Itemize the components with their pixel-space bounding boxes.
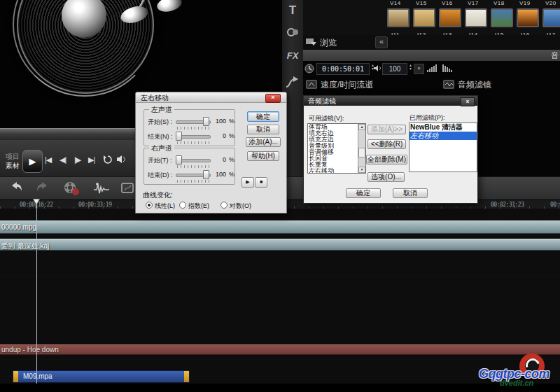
volume-spinner[interactable]: ▲▼ bbox=[407, 64, 414, 71]
record-icon[interactable] bbox=[63, 181, 81, 196]
scroll-up-icon[interactable]: ▲ bbox=[358, 124, 365, 130]
scroll-down-icon[interactable]: ▼ bbox=[358, 167, 365, 173]
fx-tool-icon[interactable]: FX bbox=[282, 50, 303, 61]
library-thumbnail[interactable] bbox=[387, 8, 410, 27]
preview-play-button[interactable]: ▶ bbox=[241, 177, 254, 188]
left-end-slider[interactable] bbox=[176, 131, 209, 142]
cancel-button[interactable]: 取消 bbox=[393, 188, 428, 198]
attribute-row: 速度/时间流逝 音频滤镜 bbox=[303, 78, 560, 91]
library-thumbnail[interactable] bbox=[542, 8, 560, 27]
bottom-bar bbox=[0, 384, 560, 392]
right-end-slider[interactable] bbox=[176, 169, 209, 181]
video-clip-label[interactable]: V16 bbox=[442, 0, 453, 6]
clip-filename: 00000.mpg bbox=[1, 223, 36, 231]
available-filters-list[interactable]: ▲ ▼ 体育场填充右边填充左边音量级别音调偏移长回音长重复左右移动 bbox=[307, 123, 366, 174]
audio-filter-titlebar[interactable]: 音频滤镜 x bbox=[304, 96, 477, 106]
play-button[interactable]: ▶ bbox=[22, 150, 43, 173]
library-panel: V14V15V16V17V18V19V20 I11I12I13I14I15I16… bbox=[303, 0, 560, 35]
title-tool-icon[interactable]: T bbox=[282, 4, 303, 18]
mode-project[interactable]: 项目 bbox=[6, 152, 20, 162]
sound-mixer-icon[interactable] bbox=[92, 181, 111, 196]
help-button[interactable]: 帮助(H) bbox=[247, 151, 279, 161]
speed-timelapse-link[interactable]: 速度/时间流逝 bbox=[321, 79, 373, 91]
library-thumbnail[interactable] bbox=[491, 8, 513, 27]
ok-button[interactable]: 确定 bbox=[247, 111, 279, 122]
collapse-panel-button[interactable]: « bbox=[375, 36, 388, 48]
library-thumbnail[interactable] bbox=[517, 8, 539, 27]
end-label: 结束(D) : bbox=[148, 171, 173, 180]
video-clip-label[interactable]: V15 bbox=[416, 0, 427, 6]
options-tab-label[interactable]: 音 bbox=[551, 50, 559, 61]
remove-all-button[interactable]: 全部删除(M) bbox=[366, 155, 407, 164]
available-filters-label: 可用滤镜(V): bbox=[309, 114, 344, 123]
clip-filename: 爱到 最深处.kaj bbox=[1, 241, 49, 251]
system-volume-button[interactable] bbox=[117, 155, 127, 164]
video-clip-label[interactable]: V14 bbox=[390, 0, 401, 6]
trim-handle-left[interactable] bbox=[13, 371, 18, 382]
scrollbar[interactable]: ▲ ▼ bbox=[358, 124, 365, 173]
music-track-clip[interactable]: M09.mpa bbox=[13, 370, 190, 383]
remove-filter-button[interactable]: <<删除(R) bbox=[368, 139, 406, 149]
playhead-marker-icon[interactable] bbox=[32, 199, 41, 209]
end-button[interactable]: ▶| bbox=[88, 155, 94, 164]
curve-option-exponential[interactable]: 指数(E) bbox=[179, 202, 209, 210]
start-value: 100 bbox=[212, 118, 226, 125]
library-thumbnail[interactable] bbox=[439, 8, 461, 27]
applied-filter-item[interactable]: 左右移动 bbox=[410, 132, 477, 140]
applied-filter-item[interactable]: NewBlue 清洁器 bbox=[410, 123, 477, 132]
graphic-tool-icon[interactable] bbox=[282, 27, 303, 38]
radio-icon[interactable] bbox=[220, 202, 227, 209]
undo-icon[interactable] bbox=[8, 181, 24, 195]
fade-out-icon[interactable] bbox=[442, 64, 453, 72]
applied-filters-list[interactable]: NewBlue 清洁器左右移动 bbox=[409, 122, 477, 172]
radio-icon[interactable] bbox=[146, 202, 153, 209]
prev-frame-button[interactable]: ◀| bbox=[59, 155, 66, 164]
mode-clip[interactable]: 素材 bbox=[6, 161, 20, 171]
video-track-clip[interactable]: 00000.mpg bbox=[0, 220, 560, 234]
video-clip-label[interactable]: V18 bbox=[493, 0, 505, 6]
start-value: 0 bbox=[212, 156, 226, 163]
timecode-field[interactable]: 0:00:50:01 bbox=[316, 63, 370, 75]
home-button[interactable]: |◀ bbox=[45, 155, 51, 164]
video-clip-label[interactable]: V19 bbox=[519, 0, 531, 6]
volume-field[interactable]: 100 bbox=[382, 63, 407, 75]
redo-icon[interactable] bbox=[35, 181, 50, 195]
scroll-thumb[interactable] bbox=[358, 148, 365, 158]
audio-filter-link[interactable]: 音频滤镜 bbox=[458, 79, 491, 91]
preview-stop-button[interactable]: ■ bbox=[255, 177, 267, 188]
fade-menu-button[interactable]: ▾ bbox=[414, 64, 424, 74]
cancel-button[interactable]: 取消 bbox=[247, 125, 279, 134]
pan-dialog-titlebar[interactable]: 左右移动 × bbox=[136, 92, 286, 103]
add-button[interactable]: 添加(A)... bbox=[246, 137, 281, 147]
motion-path-tool-icon[interactable] bbox=[282, 76, 303, 90]
right-start-slider[interactable] bbox=[176, 155, 209, 166]
add-filter-button[interactable]: 添加(A)>> bbox=[368, 125, 406, 134]
library-thumbnail[interactable] bbox=[413, 8, 435, 27]
unit: % bbox=[229, 171, 234, 178]
left-channel-group: 左声道 开始(S) : 100 % 结束(N) : 0 % bbox=[144, 109, 235, 146]
filter-list-item[interactable]: 左右移动 bbox=[308, 168, 358, 174]
ok-button[interactable]: 确定 bbox=[346, 188, 381, 198]
voice-track-clip[interactable]: undup - Hoe down bbox=[0, 344, 560, 355]
browse-label[interactable]: 浏览 bbox=[320, 37, 337, 49]
left-start-slider[interactable] bbox=[176, 116, 209, 127]
close-icon[interactable]: × bbox=[265, 94, 281, 103]
playhead[interactable] bbox=[36, 200, 37, 384]
radio-icon[interactable] bbox=[179, 202, 186, 209]
watermark-domain: dvedit.cn bbox=[500, 379, 533, 387]
curve-option-logarithmic[interactable]: 对数(O) bbox=[220, 202, 251, 210]
audio-filter-icon bbox=[443, 80, 454, 89]
title-track-clip[interactable]: 爱到 最深处.kaj bbox=[0, 239, 560, 251]
video-clip-label[interactable]: V20 bbox=[545, 0, 556, 6]
curve-option-linear[interactable]: 线性(L) bbox=[146, 202, 175, 210]
close-icon[interactable]: x bbox=[461, 97, 475, 106]
repeat-button[interactable] bbox=[103, 155, 113, 164]
curve-label: 曲线变化: bbox=[143, 190, 173, 200]
options-button[interactable]: 选项(O)... bbox=[368, 172, 405, 182]
trim-handle-right[interactable] bbox=[184, 371, 189, 382]
library-thumbnail[interactable] bbox=[465, 8, 487, 27]
next-frame-button[interactable]: |▶ bbox=[74, 155, 80, 164]
fade-in-icon[interactable] bbox=[427, 64, 438, 72]
browse-row: 浏览 « bbox=[303, 35, 560, 49]
video-clip-label[interactable]: V17 bbox=[468, 0, 479, 6]
